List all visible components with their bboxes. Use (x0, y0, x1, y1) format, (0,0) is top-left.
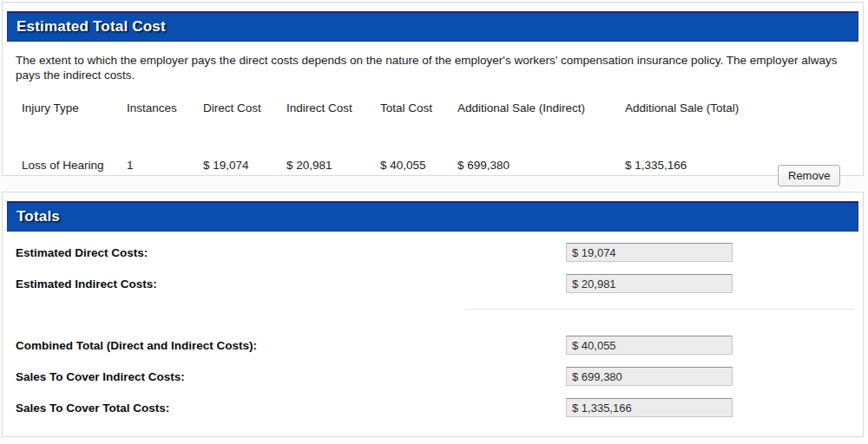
sales-cover-indirect-field[interactable] (566, 367, 733, 386)
column-header-direct-cost: Direct Cost (203, 90, 286, 116)
totals-section: Totals Estimated Direct Costs: Estimated… (2, 192, 864, 437)
estimated-indirect-costs-label: Estimated Indirect Costs: (3, 278, 566, 291)
section-title: Totals (16, 208, 60, 225)
totals-row-estimated-indirect: Estimated Indirect Costs: (3, 274, 863, 293)
totals-row-sales-total: Sales To Cover Total Costs: (3, 398, 863, 417)
column-header-actions (778, 90, 863, 116)
estimated-total-cost-section: Estimated Total Cost The extent to which… (2, 2, 864, 176)
column-header-additional-sale-total: Additional Sale (Total) (625, 90, 778, 116)
table-row: Loss of Hearing 1 $ 19,074 $ 20,981 $ 40… (3, 116, 863, 186)
cell-total-cost: $ 40,055 (380, 116, 457, 186)
remove-button[interactable]: Remove (778, 165, 840, 186)
direct-costs-description: The extent to which the employer pays th… (16, 54, 849, 83)
column-header-injury-type: Injury Type (3, 90, 127, 116)
totals-divider (465, 309, 854, 310)
section-title: Estimated Total Cost (16, 18, 166, 36)
cell-injury-type: Loss of Hearing (3, 116, 127, 186)
cell-actions: Remove (778, 116, 863, 186)
cell-direct-cost: $ 19,074 (203, 116, 286, 186)
table-header-row: Injury Type Instances Direct Cost Indire… (3, 90, 863, 116)
totals-header: Totals (7, 201, 858, 232)
estimated-total-cost-header: Estimated Total Cost (7, 11, 858, 42)
cell-indirect-cost: $ 20,981 (286, 116, 380, 186)
column-header-total-cost: Total Cost (380, 90, 457, 116)
combined-total-label: Combined Total (Direct and Indirect Cost… (3, 339, 566, 352)
sales-cover-total-label: Sales To Cover Total Costs: (3, 402, 566, 415)
totals-row-sales-indirect: Sales To Cover Indirect Costs: (3, 367, 863, 386)
injury-cost-table: Injury Type Instances Direct Cost Indire… (3, 90, 863, 186)
column-header-indirect-cost: Indirect Cost (286, 90, 380, 116)
column-header-additional-sale-indirect: Additional Sale (Indirect) (457, 90, 625, 116)
estimated-direct-costs-label: Estimated Direct Costs: (3, 246, 566, 259)
column-header-instances: Instances (127, 90, 203, 116)
sales-cover-indirect-label: Sales To Cover Indirect Costs: (3, 370, 566, 383)
estimated-direct-costs-field[interactable] (566, 243, 733, 262)
cell-instances: 1 (127, 116, 203, 186)
combined-total-field[interactable] (566, 336, 733, 355)
sales-cover-total-field[interactable] (566, 398, 733, 417)
cell-additional-sale-total: $ 1,335,166 (625, 116, 778, 186)
estimated-indirect-costs-field[interactable] (566, 274, 733, 293)
totals-row-estimated-direct: Estimated Direct Costs: (3, 243, 863, 262)
totals-row-combined-total: Combined Total (Direct and Indirect Cost… (3, 336, 863, 355)
cell-additional-sale-indirect: $ 699,380 (457, 116, 625, 186)
